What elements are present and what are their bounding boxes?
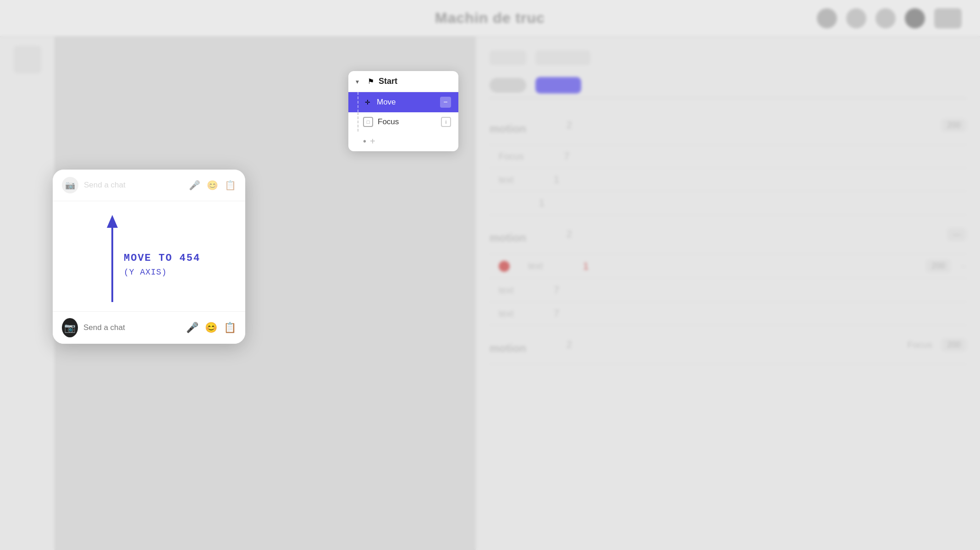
top-icon-3[interactable] — [875, 8, 896, 28]
rp-section-3-count: 2 — [535, 339, 572, 351]
dropdown-item-move[interactable]: ✛ Move − — [348, 92, 458, 112]
rp-sub-row-6: text 7 — [490, 302, 966, 325]
rp-sub-2-value: 1 — [523, 174, 559, 186]
rp-sub-4-label: text — [528, 261, 543, 271]
chat-icons-top: 🎤 😊 📋 — [189, 180, 236, 191]
svg-text:MOVE TO 454: MOVE TO 454 — [124, 253, 200, 264]
rp-sub-row-1: Focus 7 — [490, 145, 966, 168]
rp-section-header-3: motion 2 Focus 200 — [490, 325, 966, 364]
collapse-icon[interactable]: ▾ — [356, 78, 363, 85]
rp-section-1-count: 2 — [535, 119, 572, 131]
move-action-icon[interactable]: − — [440, 97, 451, 108]
rp-toggle[interactable] — [490, 78, 526, 93]
rp-sub-4-value: 1 — [552, 260, 589, 272]
rp-sub-6-label: text — [499, 308, 513, 319]
chat-top-bar: 📷 Send a chat 🎤 😊 📋 — [53, 170, 245, 201]
top-bar: Machin de truc — [0, 0, 980, 37]
add-label: + — [370, 136, 375, 147]
dropdown-header-label: Start — [379, 77, 397, 86]
rp-section-1-badge: 200 — [941, 119, 966, 132]
rp-sub-row-5: text 7 — [490, 279, 966, 302]
rp-sub-2-label: text — [499, 175, 513, 185]
chat-emoji-icon-top: 😊 — [207, 180, 218, 191]
focus-icon: □ — [363, 117, 373, 127]
dropdown-panel: ▾ ⚑ Start ✛ Move − □ Focus i • + — [348, 71, 458, 151]
rp-section-3-badge: 200 — [941, 338, 966, 352]
rp-section-header-1: motion 2 200 — [490, 106, 966, 145]
rp-section-2-badge: — — [947, 228, 966, 241]
chat-mic-icon[interactable]: 🎤 — [186, 322, 198, 334]
svg-text:(Y AXIS): (Y AXIS) — [124, 268, 167, 277]
dropdown-add-row[interactable]: • + — [348, 132, 458, 151]
chat-attach-icon[interactable]: 📋 — [224, 322, 236, 334]
app-title: Machin de truc — [435, 10, 545, 27]
dropdown-header: ▾ ⚑ Start — [348, 71, 458, 92]
rp-section-1-title: motion — [490, 122, 526, 135]
move-icon: ✛ — [363, 98, 372, 107]
rp-section-3-title: motion — [490, 342, 526, 355]
svg-marker-1 — [107, 215, 118, 228]
rp-sub-4-extra: → — [960, 263, 966, 270]
chat-camera-icon-top: 📷 — [62, 177, 78, 193]
top-icon-1[interactable] — [817, 8, 837, 28]
top-icon-menu[interactable] — [934, 8, 962, 28]
right-panel: motion 2 200 Focus 7 text 1 1 motion 2 —… — [476, 37, 980, 550]
sidebar-left — [0, 37, 55, 550]
rp-section-3-type: Focus — [907, 340, 932, 350]
chat-bottom-bar: 📷 🎤 😊 📋 — [53, 311, 245, 344]
chat-emoji-icon[interactable]: 😊 — [205, 322, 217, 334]
rp-sub-1-value: 7 — [533, 150, 569, 162]
rp-sub-4-badge: 200 — [926, 259, 951, 273]
rp-rows: motion 2 200 Focus 7 text 1 1 motion 2 —… — [490, 106, 966, 364]
rp-dot-icon — [499, 261, 510, 272]
rp-filter-btn[interactable] — [490, 50, 526, 65]
top-bar-icons — [817, 8, 962, 28]
focus-info-icon: i — [441, 117, 451, 127]
chat-drawing: MOVE TO 454 (Y AXIS) — [53, 201, 245, 311]
chat-input[interactable] — [83, 323, 181, 332]
add-icon: • — [363, 136, 366, 147]
rp-sub-5-label: text — [499, 285, 513, 296]
focus-label: Focus — [378, 117, 436, 126]
rp-sub-row-4: text 1 200 → — [490, 254, 966, 279]
chat-camera-button[interactable]: 📷 — [62, 318, 78, 337]
chat-mic-icon-top: 🎤 — [189, 180, 200, 191]
drawing-svg: MOVE TO 454 (Y AXIS) — [53, 201, 245, 311]
dashed-line-1 — [358, 92, 358, 112]
rp-sub-3-value: 1 — [508, 197, 545, 209]
rp-sub-5-value: 7 — [523, 284, 559, 296]
move-label: Move — [377, 98, 435, 107]
rp-sub-row-3: 1 — [490, 192, 966, 215]
top-icon-4[interactable] — [905, 8, 925, 28]
dropdown-item-focus[interactable]: □ Focus i — [348, 112, 458, 132]
rp-sub-row-2: text 1 — [490, 168, 966, 192]
top-icon-2[interactable] — [846, 8, 866, 28]
rp-section-2-count: 2 — [535, 228, 572, 240]
chat-icon-group: 🎤 😊 📋 — [186, 322, 236, 334]
sidebar-item-1[interactable] — [14, 46, 41, 73]
flag-icon: ⚑ — [368, 77, 374, 86]
rp-section-header-2: motion 2 — — [490, 215, 966, 254]
chat-attach-icon-top: 📋 — [225, 180, 236, 191]
rp-sub-6-value: 7 — [523, 308, 559, 319]
rp-section-2-title: motion — [490, 231, 526, 244]
camera-icon: 📷 — [64, 322, 76, 333]
dashed-line-2 — [358, 112, 358, 132]
chat-widget: 📷 Send a chat 🎤 😊 📋 MOVE TO 454 (Y AXIS)… — [53, 170, 245, 344]
rp-accent-button[interactable] — [535, 77, 581, 94]
rp-sub-1-label: Focus — [499, 151, 523, 162]
chat-placeholder-top: Send a chat — [84, 181, 183, 190]
rp-sort-btn[interactable] — [535, 50, 590, 65]
